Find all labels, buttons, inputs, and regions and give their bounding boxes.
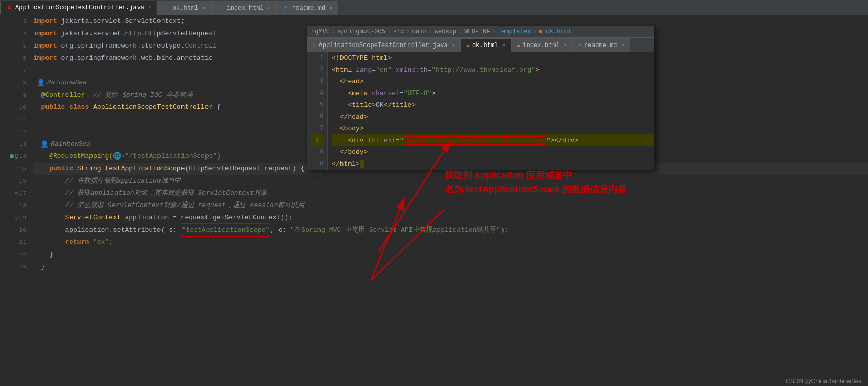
pln-6: 6 [311,111,323,123]
classname-10: ApplicationScopeTestController [93,101,217,113]
type-servletctx: ServletContext [33,212,125,224]
bc-webapp: webapp [435,28,456,35]
params2: equest) { [268,163,304,175]
gutter-18: 18 [0,199,28,212]
ln3: 3 [22,18,26,25]
th-expr: ${application.testApplicationScope} [404,136,546,145]
pln-7: 7 [311,123,323,134]
status-text: CSDN @ChinaRainbowSea [786,378,862,385]
popup-tab-controller-label: ApplicationScopeTestController.java [319,42,448,49]
params: (HttpServletRequest r [185,163,268,175]
setattr-sep: , o: [270,224,290,236]
popup-tab-controller[interactable]: C ApplicationScopeTestController.java × [307,38,461,52]
popup-tab-index[interactable]: ≡ index.html × [511,38,573,52]
gutter-4: 4 [0,28,28,40]
gutter-10: 10 [0,101,28,113]
endbody-indent [332,148,340,156]
popup-tab-readme-label: readme.md [584,42,618,49]
bc-webinf: WEB-INF [464,28,490,35]
tab-index-close[interactable]: × [268,5,271,11]
popup-tab-ok[interactable]: ≡ ok.html × [461,38,511,52]
tab-controller[interactable]: C ApplicationScopeTestController.java × [0,1,157,15]
tab-ok-close[interactable]: × [202,5,206,11]
ln17: 17 [19,190,26,196]
tab-controller-close[interactable]: × [148,5,152,11]
cursor-block: █ [360,160,364,168]
ln19: 19 [19,215,26,221]
ln11: 11 [19,117,26,123]
popup-breadcrumb: ngMVC › springmvc-005 › src › main › web… [307,26,654,38]
tab-ok[interactable]: ≡ ok.html × [157,1,212,15]
popup-tab-ok-close[interactable]: × [502,42,506,49]
ln7: 7 [22,67,26,74]
popup-tab-readme[interactable]: M readme.md × [573,38,630,52]
eq3: = [400,89,404,97]
bc-ngmvc: ngMVC [311,28,330,35]
popup-tab-readme-close[interactable]: × [622,42,625,49]
pline-6: </head> [332,111,654,123]
pln-1: 1 [311,52,323,64]
body-end-tag: </body> [340,148,368,156]
gutter-13: 13 [0,138,28,150]
var-app: application = request.getServ [125,212,240,224]
gutter-3: 3 [0,15,28,28]
code-6-rest: org.springframework.web.bind.annotatic [61,52,213,64]
cmt-16: // 将数据存储到application域当中 [33,175,181,187]
keyword-import-6: import [33,52,61,64]
meta-tag: <meta [348,89,372,97]
gutter-24 [0,273,28,285]
popup-tab-index-close[interactable]: × [564,42,567,49]
tab-controller-label: ApplicationScopeTestController.java [15,4,144,11]
cmt-17: // 获取application对象，其实就是获取 ServletContex [33,187,250,199]
ln5: 5 [22,43,26,49]
pline-5: <title>OK</title> [332,99,654,111]
controller-ann: @Controller [33,89,85,101]
java-file-icon: C [6,4,13,11]
code-15-indent [33,163,49,175]
ln10: 10 [19,104,26,110]
gutter-23: 23 [0,261,28,273]
gutter-21: 21 [0,236,28,248]
bc-templates: templates [498,28,531,35]
code-4-rest: jakarta.servlet.http.HttpServletReques [61,28,213,40]
kw-return: return [65,236,93,248]
doctype: <!DOCTYPE html> [332,54,392,62]
pline-1: <!DOCTYPE html> [332,52,654,64]
popup-tab-ctrl-close[interactable]: × [452,42,455,49]
pline-8: <div th:text="${application.testApplicat… [332,134,654,146]
tab-index-label: index.html [227,5,264,12]
ln14: 14 [19,153,26,160]
tab-readme-close[interactable]: × [329,5,333,11]
title-close: </title> [384,101,416,109]
gutter-8: 8 [0,77,28,89]
status-bar: CSDN @ChinaRainbowSea [780,377,868,386]
gutter-15: 15 [0,163,28,175]
popup-tab-index-label: index.html [523,42,560,49]
title-text: OK [376,101,384,109]
author-2: RainbowSea [51,138,90,150]
gutter-9: 9 [0,89,28,101]
tab-index[interactable]: ≡ index.html × [212,1,277,15]
pln-3: 3 [311,76,323,87]
reqmap-ann: @RequestMapping( [33,150,113,163]
person-icon-2: 👤 [33,138,51,150]
popup-code-area: 1 2 3 4 5 6 7 8 9 0 <!DOCTYPE html> <htm… [307,52,654,170]
pln-9: 9 [311,146,323,158]
meta-close: > [431,89,436,97]
code-5-rest: org.springframework.stereotype. [61,40,185,52]
ln15: 15 [19,166,26,172]
tab-readme[interactable]: M readme.md × [277,1,338,15]
meta-indent [332,89,348,97]
html-end-tag: </html> [332,160,360,168]
editor-area: 3 4 5 6 7 8 9 10 11 12 13 @ 14 15 16 ▽17 [0,15,868,386]
brace-10: { [217,101,221,113]
line-20: application.setAttribute( s: "testApplic… [33,224,868,236]
gutter-16: 16 [0,175,28,187]
type-string: String [77,163,105,175]
pline-9: </body> [332,146,654,158]
main-layout: 3 4 5 6 7 8 9 10 11 12 13 @ 14 15 16 ▽17 [0,15,868,386]
keyword-import-5: import [33,40,61,52]
keyword-import-3: import [33,15,61,28]
line-18: // 怎么获取 ServletContext对象/通过 request，通过 s… [33,199,868,212]
ln20: 20 [19,227,26,233]
